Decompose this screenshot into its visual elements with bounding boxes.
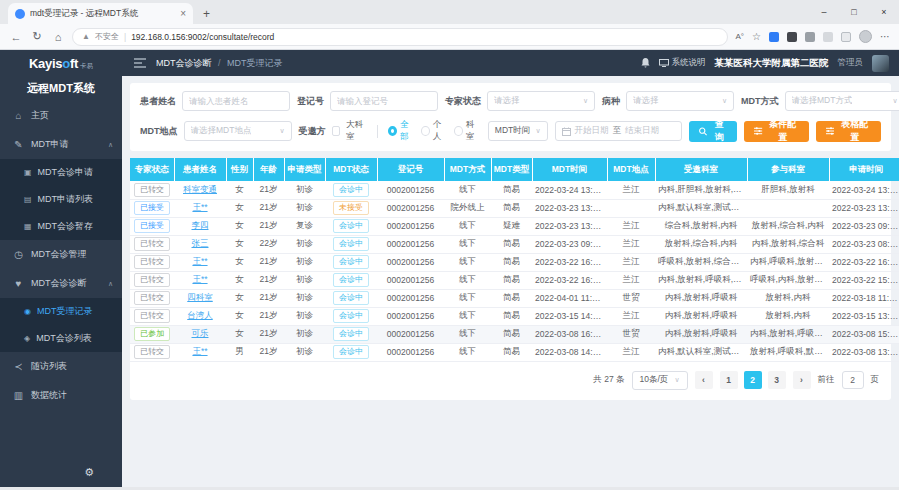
split-screen-icon[interactable] (841, 32, 851, 42)
browser-tab[interactable]: mdt受理记录 - 远程MDT系统 × (8, 3, 193, 24)
sidebar-item-mdt-accept-record[interactable]: ◉ MDT受理记录 (0, 298, 122, 325)
cell-mdt-mode: 线下 (444, 217, 491, 235)
table-row: 已转交王**女21岁初诊会诊中0002001256线下简易2022-03-22 … (130, 253, 899, 271)
new-tab-button[interactable]: + (203, 7, 210, 24)
mdt-location-select[interactable]: 请选择MDT地点 ∨ (184, 121, 292, 141)
sidebar-item-mdt-apply-list[interactable]: ▤ MDT申请列表 (0, 186, 122, 213)
home-icon[interactable]: ⌂ (51, 31, 65, 43)
invitee-radio-1[interactable]: 个人 (421, 119, 448, 143)
url-bar[interactable]: ▲ 不安全 | 192.168.0.156:9002/consultate/re… (72, 28, 728, 46)
sidebar-item-mdt-apply[interactable]: ✎ MDT申请 ∧ (0, 130, 122, 159)
cell-mdt-location: 世贸 (607, 289, 655, 307)
share-icon: ≺ (13, 361, 24, 372)
search-button[interactable]: 查询 (689, 121, 737, 142)
cell-joined-depts: 内科,呼吸科,放射科,综合科 (747, 253, 829, 271)
register-no-input[interactable] (330, 91, 438, 111)
cell-mdt-location: 兰江 (607, 253, 655, 271)
read-aloud-icon[interactable]: A° (735, 32, 744, 41)
patient-name-link[interactable]: 张三 (192, 238, 209, 248)
sidebar-item-follow-list[interactable]: ≺ 随访列表 (0, 352, 122, 381)
time-type-select[interactable]: MDT时间 ∨ (488, 121, 548, 141)
prev-page-button[interactable]: ‹ (695, 371, 713, 389)
invitee-radio-2[interactable]: 科室 (454, 119, 481, 143)
cell-mdt-mode: 线下 (444, 271, 491, 289)
page-number-button[interactable]: 1 (720, 371, 738, 389)
table-config-button[interactable]: 表格配置 (816, 121, 881, 142)
expert-status-tag: 已转交 (130, 289, 174, 307)
invitee-radio-0[interactable]: 全部 (388, 119, 415, 143)
notification-bell-icon[interactable] (641, 58, 650, 68)
patient-name-link[interactable]: 王** (192, 274, 207, 284)
page-number-list: 123 (720, 371, 786, 389)
condition-config-button[interactable]: 条件配置 (744, 121, 809, 142)
refresh-icon[interactable]: ↻ (30, 30, 44, 43)
expert-status-tag: 已转交 (134, 255, 170, 269)
cell-joined-depts: 放射科,内科 (747, 307, 829, 325)
goto-page-input[interactable] (842, 371, 864, 389)
disease-select[interactable]: 请选择 ∨ (626, 91, 734, 111)
browser-profile-avatar[interactable] (859, 30, 872, 43)
page-number-button[interactable]: 3 (768, 371, 786, 389)
extension-icon[interactable] (805, 32, 815, 42)
sidebar-item-home[interactable]: ⌂ 主页 (0, 101, 122, 130)
sidebar-collapse-icon[interactable] (134, 58, 146, 68)
mdt-mode-select[interactable]: 请选择MDT方式 ∨ (785, 91, 899, 111)
expert-status-select[interactable]: 请选择 ∨ (487, 91, 595, 111)
patient-name-link[interactable]: 王** (192, 202, 207, 212)
invitee-label: 受邀方 (299, 125, 326, 138)
patient-name-link[interactable]: 四科室 (187, 292, 213, 302)
patient-name-link[interactable]: 王** (192, 346, 207, 356)
cell-register-no: 0002001256 (377, 343, 444, 361)
patient-name-link[interactable]: 可乐 (192, 328, 209, 338)
cell-gender: 女 (226, 199, 253, 217)
cell-register-no: 0002001256 (377, 235, 444, 253)
expert-status-tag: 已转交 (130, 271, 174, 289)
app-header: Kayisoft 卡易 MDT会诊诊断 / MDT受理记录 系统说明 某某医科大… (0, 50, 899, 76)
patient-name-input[interactable] (182, 91, 290, 111)
patient-name-link[interactable]: 王** (192, 256, 207, 266)
favorite-star-icon[interactable]: ☆ (752, 31, 761, 42)
extension-icon[interactable] (787, 32, 797, 42)
date-separator: 至 (613, 125, 622, 137)
sidebar-item-mdt-consult-apply[interactable]: ▣ MDT会诊申请 (0, 159, 122, 186)
cell-register-no: 0002001256 (377, 271, 444, 289)
minimize-button[interactable]: – (809, 0, 839, 24)
patient-name-label: 患者姓名 (140, 95, 176, 108)
next-page-button[interactable]: › (793, 371, 811, 389)
mdt-location-label: MDT地点 (140, 125, 178, 138)
date-range-picker[interactable]: 开始日期 至 结束日期 (555, 121, 682, 141)
settings-gear-icon[interactable]: ⚙ (84, 466, 94, 479)
cell-age: 21岁 (253, 271, 284, 289)
sidebar-item-statistics[interactable]: ▥ 数据统计 (0, 381, 122, 410)
close-button[interactable]: × (869, 0, 899, 24)
dept-checkbox[interactable] (332, 126, 340, 136)
back-icon[interactable]: ← (9, 31, 23, 43)
user-avatar[interactable] (872, 55, 889, 72)
page-size-select[interactable]: 10条/页 ∨ (632, 371, 688, 390)
maximize-button[interactable]: □ (839, 0, 869, 24)
sidebar-item-mdt-manage[interactable]: ◷ MDT会诊管理 (0, 240, 122, 269)
patient-name-link[interactable]: 台湾人 (187, 310, 213, 320)
extension-icon[interactable] (769, 32, 779, 42)
mdt-status-tag: 会诊中 (325, 217, 377, 235)
sidebar-item-mdt-consult-list[interactable]: ◈ MDT会诊列表 (0, 325, 122, 352)
cell-apply-time: 2022-03-24 13:37:44 (829, 181, 899, 199)
cell-invited-depts: 呼吸科,放射科,综合科,内科 (655, 253, 747, 271)
sidebar-item-mdt-draft[interactable]: ▦ MDT会诊暂存 (0, 213, 122, 240)
cell-gender: 女 (226, 181, 253, 199)
patient-name-link[interactable]: 李四 (192, 220, 209, 230)
sidebar-item-mdt-diagnose[interactable]: ♥ MDT会诊诊断 ∧ (0, 269, 122, 298)
browser-essentials-icon[interactable] (823, 32, 833, 42)
breadcrumb-current[interactable]: MDT受理记录 (227, 58, 283, 68)
table-row: 已转交王**女21岁初诊会诊中0002001256线下简易2022-03-22 … (130, 271, 899, 289)
system-help[interactable]: 系统说明 (659, 57, 706, 69)
main-content: 患者姓名 登记号 专家状态 请选择 ∨ (122, 76, 899, 487)
table-row: 已参加可乐女21岁初诊会诊中0002001256线下简易2022-03-08 1… (130, 325, 899, 343)
mdt-status-tag: 会诊中 (333, 273, 369, 287)
cell-mdt-mode: 线下 (444, 181, 491, 199)
more-menu-icon[interactable]: ⋯ (880, 31, 890, 42)
cell-mdt-type: 简易 (491, 253, 532, 271)
patient-name-link[interactable]: 科室变通 (183, 184, 217, 194)
tab-close-icon[interactable]: × (180, 8, 186, 19)
page-number-button[interactable]: 2 (744, 371, 762, 389)
